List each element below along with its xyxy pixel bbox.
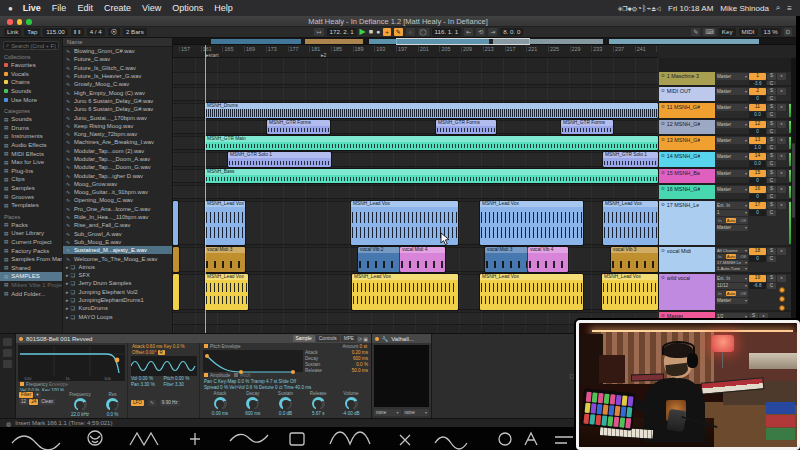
track-activator[interactable]: 12 (749, 121, 766, 128)
sidebar-item-plug-ins[interactable]: ▤Plug-Ins (0, 167, 62, 176)
pan-value[interactable]: C (767, 283, 776, 290)
solo-button[interactable]: S (767, 104, 776, 111)
sidebar-item-chains[interactable]: Chains (0, 78, 62, 87)
monitor-auto[interactable]: Auto (726, 291, 737, 296)
knob-volume[interactable]: Volume-4.00 dB (335, 391, 367, 416)
routing-chooser[interactable]: Master▾ (716, 170, 748, 177)
file-row[interactable]: ∿Welcome_To_The_Moog_E.wav (63, 254, 172, 262)
clip[interactable]: MSNH_Bass (205, 169, 658, 183)
solo-button[interactable]: S (767, 202, 776, 209)
folder-row[interactable]: ▸❏KoroDrums (63, 304, 172, 312)
hot-swap-icon[interactable]: ⟳ (358, 336, 362, 342)
loop-button[interactable]: ⟲ (476, 28, 485, 36)
file-row[interactable]: ∿Sub_Moog_E.wav (63, 238, 172, 246)
folder-row[interactable]: ▸❏JumpingElephantDrums1 (63, 296, 172, 304)
routing-chooser[interactable]: InAutoOff (716, 290, 748, 297)
tab-mpe[interactable]: MPE (341, 335, 357, 342)
folder-row[interactable]: ▸❏Atmos (63, 263, 172, 271)
clip[interactable]: vocal Vib 2 (358, 247, 400, 272)
file-row[interactable]: ∿Juno 6 Sustain_Delay_G#.wav (63, 97, 172, 105)
volume-value[interactable]: 0 (749, 256, 766, 263)
file-row[interactable]: ∿Growly_Moog_C.wav (63, 80, 172, 88)
routing-chooser[interactable]: Master▾ (716, 225, 748, 232)
pan-value[interactable]: C (767, 194, 776, 200)
pan-value[interactable]: C (767, 112, 776, 119)
volume-value[interactable]: 0 (749, 210, 766, 217)
clip[interactable]: MSNH_Lead Vox (205, 201, 245, 245)
clip[interactable]: MSNH_Drums (205, 103, 658, 118)
sidebar-item-use-more[interactable]: Use More (0, 95, 62, 104)
loop-length-field[interactable]: 8. 0. 0 (500, 28, 523, 36)
routing-chooser[interactable]: 1/2▾ (716, 313, 748, 320)
clip[interactable]: MSNH_GTR Forms (561, 120, 613, 134)
menubar-item-help[interactable]: Help (214, 3, 233, 13)
file-row[interactable]: ∿High_Empty_Moog (C).wav (63, 88, 172, 96)
track-activator[interactable]: 19 (749, 275, 766, 282)
knob-sustain[interactable]: Sustain0.0 dB (270, 391, 302, 416)
track-name[interactable]: ⊙16 MSNH_G# (659, 185, 715, 199)
track-header[interactable]: ⊙wild vocalExt. In▾11/12▾InAutoOffMaster… (659, 274, 791, 310)
volume-value[interactable]: 0 (749, 178, 766, 184)
file-row[interactable]: ∿Juno 6 Sustain_Delay_G#.wav (63, 105, 172, 113)
volume-value[interactable]: 0.0 (749, 161, 766, 168)
key-map-button[interactable]: Key (719, 28, 736, 36)
filter-toggle[interactable]: Filter (19, 392, 33, 398)
arm-button[interactable]: ● (777, 73, 786, 80)
overdub-button[interactable]: + (383, 28, 391, 36)
volume-value[interactable]: -3.6 (749, 81, 766, 86)
routing-chooser[interactable]: 11/12▾ (716, 283, 748, 290)
sidebar-item-sounds[interactable]: Sounds (0, 87, 62, 96)
routing-chooser[interactable]: InAutoOff (716, 217, 748, 224)
tab-sample[interactable]: Sample (293, 335, 315, 342)
punch-in-button[interactable]: ⇤ (464, 28, 473, 36)
monitor-auto[interactable]: Auto (726, 254, 737, 259)
track-header[interactable]: ⊙1 Maschine 3Master▾1S●-3.6C (659, 72, 791, 85)
track-name[interactable]: ⊙14 MSNH_G# (659, 152, 715, 167)
lfo-toggle[interactable]: LFO (131, 400, 144, 406)
arm-button[interactable]: ● (777, 202, 786, 209)
folder-row[interactable]: ▸❏MAYO Loops (63, 313, 172, 321)
track-name[interactable]: ⊙15 MSNH_Ba (659, 169, 715, 183)
sidebar-item-sounds[interactable]: ▤Sounds (0, 115, 62, 124)
clip[interactable]: vocal Midi 3 (485, 247, 528, 272)
mixer-section-toggle[interactable] (779, 305, 785, 311)
tab-controls[interactable]: Controls (316, 335, 340, 342)
sidebar-item-clips[interactable]: ▤Clips (0, 175, 62, 184)
midi-map-button[interactable]: MIDI (739, 28, 758, 36)
track-name[interactable]: ⊙wild vocal (659, 274, 715, 310)
track-name[interactable]: ⊙13 MSNH_G# (659, 136, 715, 150)
track-header[interactable]: ⊙12 MSNH_G#Master▾12S●0C (659, 120, 791, 134)
sidebar-item-add-folder[interactable]: ▤Add Folder... (0, 289, 62, 298)
play-button[interactable]: ▶ (360, 28, 366, 36)
file-row[interactable]: ∿Pro_One_Ana...lcome_C.wav (63, 205, 172, 213)
track-name[interactable]: ⊙12 MSNH_G# (659, 120, 715, 134)
pan-value[interactable]: C (767, 129, 776, 135)
sends-section-toggle[interactable] (779, 296, 785, 302)
track-header[interactable]: ⊙16 MSNH_G#Master▾16S●0C (659, 185, 791, 199)
circuit-chooser[interactable]: Clean (39, 399, 55, 405)
menubar-user[interactable]: Mike Shinoda (720, 4, 768, 13)
sidebar-item-samples[interactable]: ▤SAMPLES (0, 272, 62, 281)
sidebar-item-grooves[interactable]: ▤Grooves (0, 192, 62, 201)
file-row[interactable]: ∿Modular_Tap..._Doom_G.wav (63, 163, 172, 171)
solo-button[interactable]: S (767, 73, 776, 80)
slope-24-button[interactable]: 24 (29, 399, 38, 405)
filter-res-knob[interactable] (106, 398, 119, 411)
solo-button[interactable]: S (767, 137, 776, 144)
volume-value[interactable]: 0 (749, 96, 766, 102)
solo-button[interactable]: S (767, 170, 776, 177)
close-window-button[interactable] (7, 19, 13, 25)
sidebar-item-instruments[interactable]: ▤Instruments (0, 132, 62, 141)
folder-row[interactable]: ▸❏Jerry Drum Samples (63, 279, 172, 287)
track-name[interactable]: ⊙17 MSNH_Le (659, 201, 715, 245)
pan-value[interactable]: C (767, 81, 776, 86)
sidebar-item-mikes-vibe-1-project[interactable]: ▤Mikes Vibe 1 Project (0, 281, 62, 290)
browser-search[interactable]: ⌕ (3, 41, 59, 50)
volume-knob[interactable] (345, 397, 358, 410)
routing-chooser[interactable]: 1▾ (716, 210, 748, 217)
clip[interactable]: MSNH_Lead Vox (352, 274, 458, 310)
device-activator-led[interactable] (19, 337, 23, 341)
volume-value[interactable]: 1.0 (749, 145, 766, 151)
window-titlebar[interactable]: Matt Healy - In Defiance 1.2 [Matt Healy… (0, 16, 796, 27)
routing-chooser[interactable]: Master▾ (716, 73, 748, 80)
